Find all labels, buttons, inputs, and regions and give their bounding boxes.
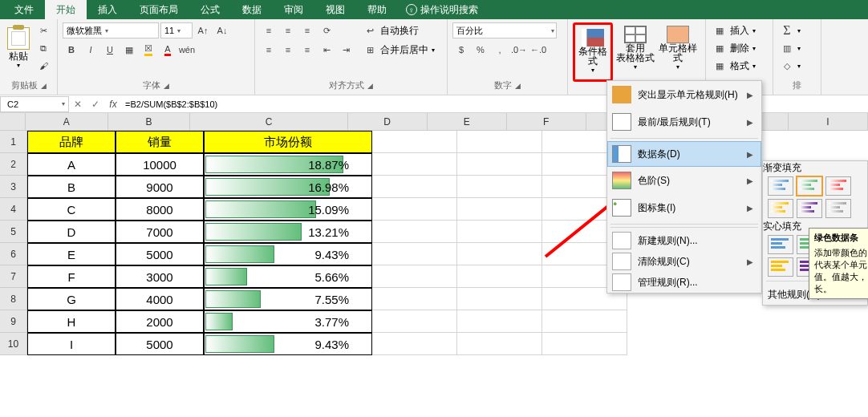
decrease-decimal-button[interactable]: ←.0 [529,42,547,58]
tab-formulas[interactable]: 公式 [189,0,231,19]
copy-button[interactable]: ⧉ [34,40,52,56]
empty-cell[interactable] [372,310,457,333]
cell-brand[interactable]: E [27,243,116,265]
col-header-I[interactable]: I [789,113,868,131]
increase-decimal-button[interactable]: .0→ [510,42,528,58]
cell-sales[interactable]: 7000 [116,221,204,243]
empty-cell[interactable] [372,131,457,153]
col-header-F[interactable]: F [507,113,586,131]
cell-brand[interactable]: G [27,288,116,310]
tab-help[interactable]: 帮助 [356,0,398,19]
cell-sales[interactable]: 9000 [116,176,204,198]
header-cell[interactable]: 品牌 [27,131,116,153]
databar-swatch[interactable] [825,199,851,218]
align-middle-button[interactable]: ≡ [279,22,297,38]
tab-insert[interactable]: 插入 [87,0,128,19]
databar-swatch[interactable] [797,176,822,196]
col-header-A[interactable]: A [26,113,108,131]
empty-cell[interactable] [457,243,542,265]
cf-rule-item[interactable]: 新建规则(N)... [607,230,761,251]
cell-share[interactable]: 13.21% [204,221,372,243]
databar-swatch[interactable] [825,176,851,196]
cell-sales[interactable]: 8000 [116,198,204,221]
font-name-combo[interactable]: 微软雅黑▾ [63,22,159,38]
font-size-combo[interactable]: 11▾ [160,22,193,38]
databar-swatch[interactable] [768,257,793,277]
clear-button[interactable]: ◇ [778,58,796,74]
tab-home[interactable]: 开始 [45,0,87,19]
autosum-button[interactable]: Σ [778,22,796,38]
tab-review[interactable]: 审阅 [273,0,314,19]
cell-share[interactable]: 16.98% [204,176,372,198]
empty-cell[interactable] [457,176,542,198]
cf-menu-item[interactable]: 突出显示单元格规则(H)▶ [607,81,761,108]
row-header[interactable]: 2 [0,153,27,176]
orientation-button[interactable]: ⟳ [318,22,335,38]
increase-font-button[interactable]: A↑ [194,22,212,38]
empty-cell[interactable] [457,288,542,310]
row-header[interactable]: 6 [0,243,27,265]
accept-formula-button[interactable]: ✓ [87,99,104,110]
cell-share[interactable]: 5.66% [204,265,372,288]
cancel-formula-button[interactable]: ✕ [69,99,87,110]
row-header[interactable]: 10 [0,333,27,355]
cell-brand[interactable]: I [27,333,116,355]
pinyin-button[interactable]: wén [178,42,196,58]
row-header[interactable]: 7 [0,265,27,288]
databar-swatch[interactable] [768,235,793,254]
empty-cell[interactable] [372,288,457,310]
tell-me[interactable]: 操作说明搜索 [420,0,489,19]
launcher-icon[interactable]: ◢ [164,82,169,90]
row-header[interactable]: 3 [0,176,27,198]
databar-swatch[interactable] [768,176,793,196]
empty-cell[interactable] [457,221,542,243]
italic-button[interactable]: I [82,42,99,58]
col-header-D[interactable]: D [348,113,428,131]
underline-button[interactable]: U [101,42,119,58]
empty-cell[interactable] [542,310,627,333]
col-header-C[interactable]: C [190,113,347,131]
empty-cell[interactable] [542,333,627,355]
indent-right-button[interactable]: ⇥ [337,42,355,58]
cell-share[interactable]: 7.55% [204,288,372,310]
cell-brand[interactable]: B [27,176,116,198]
launcher-icon[interactable]: ◢ [41,82,47,90]
merge-center-button[interactable]: 合并后居中 [380,43,428,57]
empty-cell[interactable] [372,221,457,243]
cell-brand[interactable]: H [27,310,116,333]
empty-cell[interactable] [457,131,542,153]
launcher-icon[interactable]: ◢ [367,82,373,90]
currency-button[interactable]: $ [452,42,470,58]
paste-button[interactable]: 粘贴 ▾ [5,22,31,75]
header-cell[interactable]: 销量 [116,131,204,153]
cell-styles-button[interactable]: 单元格样式 ▾ [658,22,698,75]
cf-rule-item[interactable]: 清除规则(C)▶ [607,251,761,272]
row-header[interactable]: 9 [0,310,27,333]
font-color-button[interactable]: A [159,42,176,58]
cell-sales[interactable]: 5000 [116,333,204,355]
cell-share[interactable]: 9.43% [204,333,372,355]
empty-cell[interactable] [372,176,457,198]
align-right-button[interactable]: ≡ [298,42,316,58]
insert-cells-button[interactable]: 插入 [730,24,749,38]
format-cells-button[interactable]: 格式 [730,59,749,73]
fx-button[interactable]: fx [104,99,122,110]
format-painter-button[interactable]: 🖌 [34,58,52,74]
empty-cell[interactable] [372,153,457,176]
empty-cell[interactable] [372,198,457,221]
percent-button[interactable]: % [472,42,489,58]
cell-brand[interactable]: F [27,265,116,288]
wrap-text-button[interactable]: 自动换行 [380,24,419,38]
cell-share[interactable]: 3.77% [204,310,372,333]
empty-cell[interactable] [372,333,457,355]
delete-cells-button[interactable]: 删除 [730,42,749,55]
cf-rule-item[interactable]: 管理规则(R)... [607,272,761,293]
empty-cell[interactable] [457,153,542,176]
header-cell[interactable]: 市场份额 [204,131,372,153]
row-header[interactable]: 5 [0,221,27,243]
empty-cell[interactable] [457,198,542,221]
cell-sales[interactable]: 2000 [116,310,204,333]
empty-cell[interactable] [457,310,542,333]
cell-share[interactable]: 15.09% [204,198,372,221]
empty-cell[interactable] [457,265,542,288]
